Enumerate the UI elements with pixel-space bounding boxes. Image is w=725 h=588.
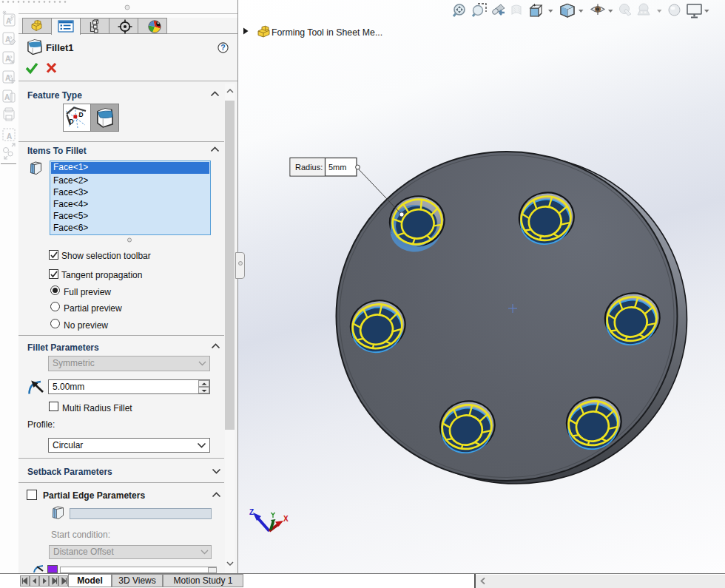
svg-text:?: ? xyxy=(220,43,225,52)
svg-text:Forming Tool in Sheet Me...: Forming Tool in Sheet Me... xyxy=(272,27,382,38)
svg-text:Radius:: Radius: xyxy=(295,163,323,172)
svg-text:A: A xyxy=(4,93,10,101)
svg-text:Z: Z xyxy=(249,508,254,516)
svg-text:5mm: 5mm xyxy=(328,163,346,172)
svg-text:D: D xyxy=(70,118,74,125)
svg-text:A: A xyxy=(7,132,12,141)
svg-text:A: A xyxy=(5,36,10,44)
svg-text:X: X xyxy=(283,515,289,523)
svg-text:A: A xyxy=(5,55,10,63)
svg-text:D: D xyxy=(79,111,84,118)
svg-text:A: A xyxy=(5,74,10,82)
